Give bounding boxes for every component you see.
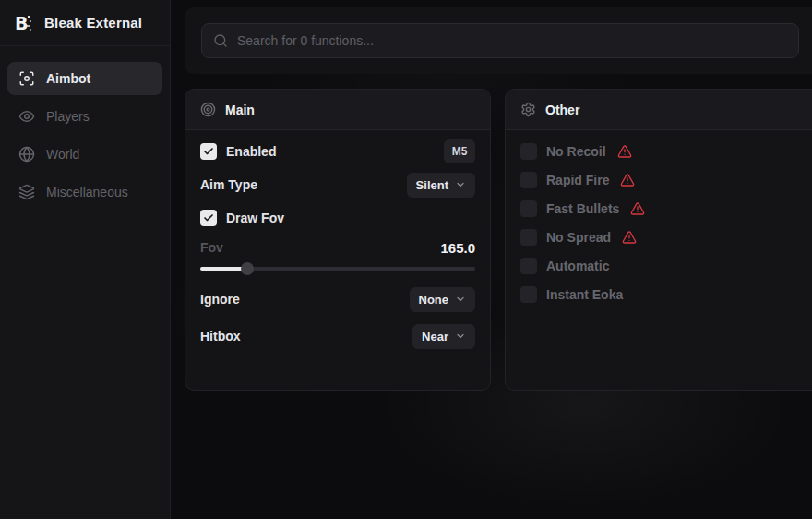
fov-block: Fov 165.0 bbox=[200, 238, 475, 275]
search-bar[interactable] bbox=[201, 23, 799, 58]
panel-main-header: Main bbox=[185, 90, 490, 130]
rapid-fire-checkbox[interactable] bbox=[520, 172, 537, 188]
fov-label: Fov bbox=[200, 240, 223, 255]
enabled-row: Enabled M5 bbox=[200, 139, 475, 164]
automatic-label: Automatic bbox=[546, 259, 609, 273]
ignore-label: Ignore bbox=[200, 292, 240, 307]
sidebar-item-label: Aimbot bbox=[46, 71, 90, 86]
sidebar-nav: Aimbot Players World bbox=[0, 46, 170, 209]
no-spread-row: No Spread bbox=[520, 224, 807, 250]
warning-icon bbox=[630, 201, 645, 216]
no-recoil-row: No Recoil bbox=[520, 139, 807, 164]
automatic-row: Automatic bbox=[520, 253, 807, 279]
sidebar-item-miscellaneous[interactable]: Miscellaneous bbox=[7, 175, 162, 209]
chevron-down-icon bbox=[455, 331, 466, 342]
draw-fov-row: Draw Fov bbox=[200, 205, 475, 231]
ignore-row: Ignore None bbox=[200, 286, 475, 312]
layers-icon bbox=[18, 184, 35, 200]
app-title: Bleak External bbox=[44, 15, 142, 30]
no-recoil-label: No Recoil bbox=[546, 144, 606, 159]
rapid-fire-label: Rapid Fire bbox=[546, 173, 609, 187]
panel-main-body: Enabled M5 Aim Type Silent Draw Fov bbox=[185, 130, 490, 349]
no-spread-label: No Spread bbox=[546, 230, 611, 245]
panel-other: Other No Recoil Rapid Fire Fast Bullets bbox=[505, 89, 812, 391]
hitbox-row: Hitbox Near bbox=[200, 323, 475, 349]
hitbox-select[interactable]: Near bbox=[412, 324, 475, 349]
warning-icon bbox=[617, 144, 632, 159]
panel-title: Main bbox=[225, 103, 255, 117]
search-icon bbox=[213, 33, 228, 48]
chevron-down-icon bbox=[455, 294, 466, 305]
slider-thumb[interactable] bbox=[241, 262, 254, 275]
sidebar-item-label: Miscellaneous bbox=[46, 185, 128, 199]
globe-icon bbox=[18, 146, 35, 163]
search-input[interactable] bbox=[237, 33, 787, 48]
panel-main: Main Enabled M5 Aim Type Silent bbox=[185, 89, 491, 391]
gear-icon bbox=[520, 102, 536, 117]
fov-slider[interactable] bbox=[200, 262, 475, 275]
fast-bullets-row: Fast Bullets bbox=[520, 196, 807, 222]
no-recoil-checkbox[interactable] bbox=[520, 143, 537, 160]
eye-icon bbox=[18, 108, 35, 125]
fast-bullets-checkbox[interactable] bbox=[520, 200, 537, 217]
panel-other-header: Other bbox=[506, 90, 812, 130]
enabled-checkbox[interactable] bbox=[200, 143, 217, 160]
draw-fov-checkbox[interactable] bbox=[200, 210, 217, 226]
sidebar-item-label: World bbox=[46, 147, 79, 162]
warning-icon bbox=[622, 230, 637, 245]
aim-type-label: Aim Type bbox=[200, 177, 257, 192]
target-icon bbox=[200, 102, 216, 117]
svg-text:B: B bbox=[15, 13, 28, 33]
hitbox-label: Hitbox bbox=[200, 329, 241, 344]
chevron-down-icon bbox=[455, 179, 466, 190]
automatic-checkbox[interactable] bbox=[520, 258, 537, 274]
warning-icon bbox=[620, 173, 635, 187]
sidebar-item-aimbot[interactable]: Aimbot bbox=[7, 62, 162, 95]
sidebar-item-label: Players bbox=[46, 109, 90, 124]
sidebar-header: B Bleak External bbox=[0, 0, 170, 46]
panel-title: Other bbox=[545, 103, 579, 117]
aim-type-value: Silent bbox=[416, 178, 448, 192]
panel-other-body: No Recoil Rapid Fire Fast Bullets No Spr… bbox=[506, 130, 812, 308]
focus-icon bbox=[18, 70, 35, 87]
hitbox-value: Near bbox=[422, 330, 448, 344]
aim-type-row: Aim Type Silent bbox=[200, 172, 475, 198]
instant-eoka-checkbox[interactable] bbox=[520, 286, 537, 303]
brand-logo-icon: B bbox=[13, 12, 35, 34]
sidebar-item-players[interactable]: Players bbox=[7, 100, 162, 133]
rapid-fire-row: Rapid Fire bbox=[520, 167, 807, 193]
ignore-select[interactable]: None bbox=[410, 287, 476, 312]
instant-eoka-row: Instant Eoka bbox=[520, 282, 807, 308]
keybind-badge[interactable]: M5 bbox=[444, 139, 475, 163]
no-spread-checkbox[interactable] bbox=[520, 229, 537, 246]
check-icon bbox=[203, 212, 214, 223]
search-section bbox=[185, 7, 812, 74]
instant-eoka-label: Instant Eoka bbox=[546, 287, 623, 302]
fov-value: 165.0 bbox=[440, 240, 475, 256]
fast-bullets-label: Fast Bullets bbox=[546, 201, 619, 216]
sidebar: B Bleak External Aimbot bbox=[0, 0, 171, 519]
draw-fov-label: Draw Fov bbox=[226, 211, 284, 225]
ignore-value: None bbox=[419, 293, 449, 307]
sidebar-item-world[interactable]: World bbox=[7, 138, 162, 171]
check-icon bbox=[203, 146, 214, 157]
enabled-label: Enabled bbox=[226, 144, 276, 159]
aim-type-select[interactable]: Silent bbox=[407, 173, 475, 198]
slider-fill bbox=[200, 267, 247, 271]
